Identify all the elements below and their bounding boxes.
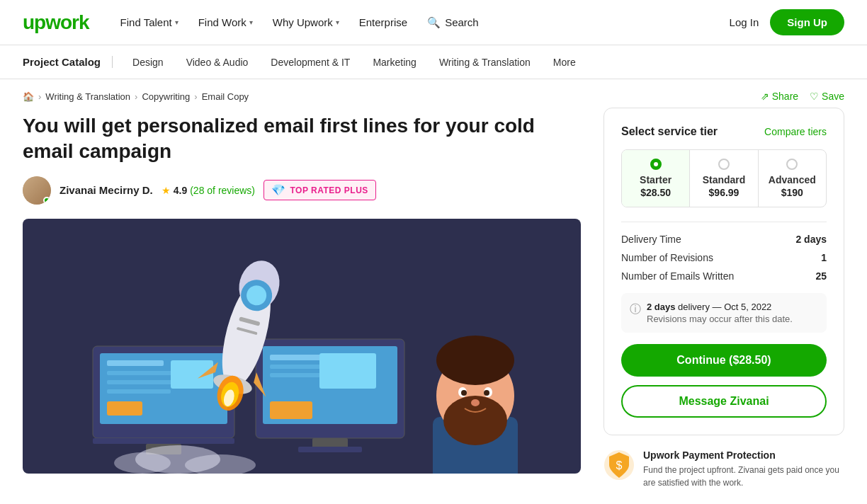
hero-image	[23, 219, 581, 474]
cat-design[interactable]: Design	[124, 54, 172, 71]
breadcrumb: 🏠 › Writing & Translation › Copywriting …	[0, 79, 867, 108]
tier-standard-price: $96.99	[696, 187, 752, 198]
tier-starter-name: Starter	[628, 174, 684, 185]
detail-emails-written: Number of Emails Written 25	[621, 270, 827, 282]
heart-icon: ♡	[810, 91, 819, 102]
tier-starter-price: $28.50	[628, 187, 684, 198]
cat-dev-it[interactable]: Development & IT	[262, 54, 358, 71]
page-title: You will get personalized email first li…	[23, 113, 581, 165]
search-button[interactable]: 🔍 Search	[419, 11, 487, 35]
header: upwork Find Talent ▾ Find Work ▾ Why Upw…	[0, 0, 867, 45]
message-button[interactable]: Message Zivanai	[621, 385, 827, 418]
nav-find-talent[interactable]: Find Talent ▾	[112, 11, 187, 34]
main-content: You will get personalized email first li…	[0, 108, 867, 504]
share-icon: ⇗	[761, 91, 769, 102]
chevron-down-icon: ▾	[175, 18, 178, 26]
tier-advanced-name: Advanced	[764, 174, 820, 185]
share-button[interactable]: ⇗ Share	[761, 91, 798, 102]
delivery-info: ⓘ 2 days delivery — Oct 5, 2022 Revision…	[621, 293, 827, 333]
signup-button[interactable]: Sign Up	[770, 9, 844, 35]
breadcrumb-actions: ⇗ Share ♡ Save	[761, 91, 844, 102]
rating-score: 4.9	[174, 185, 187, 196]
search-icon: 🔍	[427, 16, 441, 29]
service-tier-card: Select service tier Compare tiers Starte…	[604, 108, 844, 435]
tier-standard[interactable]: Standard $96.99	[690, 150, 758, 207]
author-row: Zivanai Mecirny D. ★ 4.9 (28 of reviews)…	[23, 176, 581, 205]
emails-written-value: 25	[815, 270, 827, 282]
detail-revisions: Number of Revisions 1	[621, 252, 827, 263]
revisions-value: 1	[821, 252, 827, 263]
save-button[interactable]: ♡ Save	[810, 91, 844, 102]
svg-text:$: $	[616, 459, 623, 471]
tier-header: Select service tier Compare tiers	[621, 125, 827, 138]
avatar	[23, 176, 51, 205]
cat-video-audio[interactable]: Video & Audio	[178, 54, 257, 71]
continue-button[interactable]: Continue ($28.50)	[621, 344, 827, 377]
svg-rect-16	[270, 401, 312, 419]
login-button[interactable]: Log In	[730, 16, 759, 28]
content-area: You will get personalized email first li…	[23, 108, 581, 489]
delivery-time-label: Delivery Time	[621, 234, 681, 245]
review-count[interactable]: (28 of reviews)	[190, 185, 255, 196]
main-nav: Find Talent ▾ Find Work ▾ Why Upwork ▾ E…	[112, 11, 730, 35]
tier-advanced[interactable]: Advanced $190	[759, 150, 826, 207]
tier-options: Starter $28.50 Standard $96.99 Advanced …	[621, 149, 827, 207]
delivery-time-value: 2 days	[795, 234, 827, 245]
info-icon: ⓘ	[630, 302, 641, 317]
nav-enterprise[interactable]: Enterprise	[351, 11, 416, 34]
svg-point-37	[461, 390, 467, 396]
tier-advanced-price: $190	[764, 187, 820, 198]
shield-icon: $	[604, 449, 635, 481]
tier-radio-advanced	[786, 159, 798, 170]
svg-rect-9	[93, 438, 234, 444]
emails-written-label: Number of Emails Written	[621, 270, 734, 282]
chevron-down-icon: ▾	[336, 18, 339, 26]
svg-rect-13	[270, 355, 327, 360]
delivery-date: Oct 5, 2022	[724, 302, 771, 312]
tier-radio-starter	[650, 159, 662, 170]
svg-point-42	[114, 452, 171, 474]
svg-rect-7	[107, 401, 142, 416]
chevron-down-icon: ▾	[249, 18, 253, 26]
breadcrumb-email-copy[interactable]: Email Copy	[202, 91, 249, 102]
cat-marketing[interactable]: Marketing	[364, 54, 424, 71]
detail-delivery-time: Delivery Time 2 days	[621, 234, 827, 245]
sidebar: Select service tier Compare tiers Starte…	[604, 108, 844, 489]
upwork-logo[interactable]: upwork	[23, 11, 89, 34]
svg-rect-5	[107, 380, 178, 384]
cat-more[interactable]: More	[545, 54, 584, 71]
author-name: Zivanai Mecirny D.	[60, 184, 153, 196]
revisions-label: Number of Revisions	[621, 252, 713, 263]
tier-radio-standard	[718, 159, 730, 170]
svg-rect-19	[298, 447, 362, 452]
cat-writing-translation[interactable]: Writing & Translation	[431, 54, 539, 71]
svg-rect-6	[107, 389, 171, 394]
svg-rect-17	[319, 353, 376, 389]
breadcrumb-writing[interactable]: Writing & Translation	[45, 91, 130, 102]
header-actions: Log In Sign Up	[730, 9, 844, 35]
breadcrumb-home[interactable]: 🏠	[23, 91, 34, 102]
category-nav: Project Catalog Design Video & Audio Dev…	[0, 45, 867, 79]
nav-find-work[interactable]: Find Work ▾	[190, 11, 261, 34]
top-rated-badge: 💎 TOP RATED PLUS	[264, 180, 376, 200]
details-section: Delivery Time 2 days Number of Revisions…	[621, 222, 827, 282]
payment-protection: $ Upwork Payment Protection Fund the pro…	[604, 449, 844, 489]
tier-standard-name: Standard	[696, 174, 752, 185]
payment-protection-title: Upwork Payment Protection	[643, 449, 844, 461]
delivery-days: 2 days	[647, 302, 675, 312]
svg-rect-3	[107, 360, 164, 366]
rating: ★ 4.9 (28 of reviews)	[162, 185, 255, 196]
tier-starter[interactable]: Starter $28.50	[622, 150, 690, 207]
delivery-note: Revisions may occur after this date.	[647, 314, 793, 324]
project-catalog-title: Project Catalog	[23, 56, 113, 68]
breadcrumb-copywriting[interactable]: Copywriting	[142, 91, 190, 102]
badge-icon: 💎	[271, 183, 286, 197]
compare-tiers-link[interactable]: Compare tiers	[764, 126, 827, 137]
nav-why-upwork[interactable]: Why Upwork ▾	[264, 11, 348, 34]
star-icon: ★	[162, 185, 171, 196]
tier-section-title: Select service tier	[621, 125, 718, 138]
svg-point-40	[471, 399, 480, 406]
payment-protection-desc: Fund the project upfront. Zivanai gets p…	[643, 464, 844, 489]
svg-point-34	[436, 336, 514, 385]
svg-point-39	[484, 390, 489, 396]
